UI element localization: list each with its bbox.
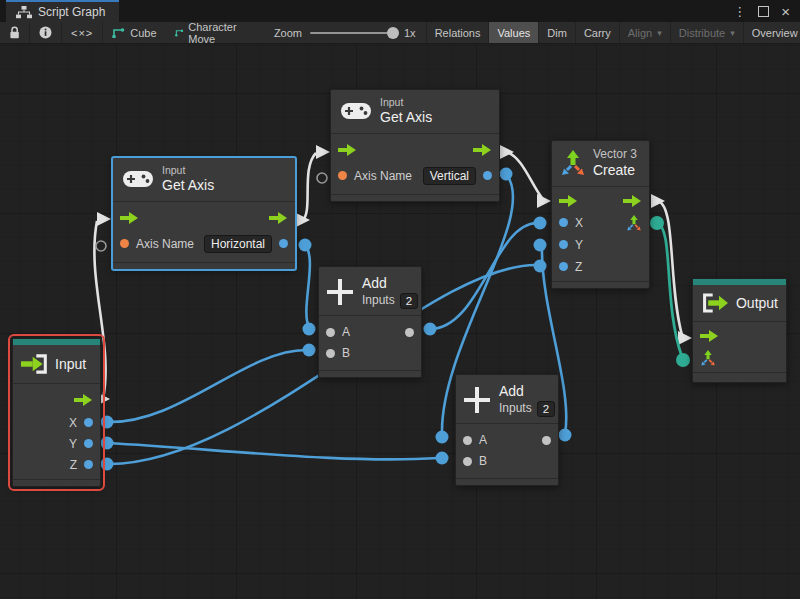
unconnected-port-ring[interactable] xyxy=(317,173,327,183)
overview-button[interactable]: Overview xyxy=(743,22,800,43)
value-port-cap xyxy=(534,217,547,230)
port-z[interactable] xyxy=(559,262,568,271)
chevron-down-icon: ▾ xyxy=(730,28,735,38)
dim-button[interactable]: Dim xyxy=(538,22,575,43)
port-z-out[interactable] xyxy=(84,460,93,469)
value-port-cap xyxy=(101,458,114,471)
node-footer xyxy=(693,372,786,382)
lock-button[interactable] xyxy=(0,22,30,43)
axis-name-field[interactable]: Vertical xyxy=(423,167,476,185)
vector-in-port[interactable] xyxy=(700,350,716,366)
wire-horizontal-out-to-add1-a[interactable] xyxy=(305,245,310,327)
breadcrumb-label: Cube xyxy=(130,27,156,39)
control-in-port[interactable] xyxy=(120,212,139,224)
breadcrumb-label: Character Move xyxy=(188,22,241,44)
axis-name-port[interactable] xyxy=(338,171,347,180)
axis-name-port[interactable] xyxy=(120,239,129,248)
carry-button[interactable]: Carry xyxy=(575,22,619,43)
node-get-axis-horizontal[interactable]: Input Get Axis Axis Name Horizontal xyxy=(112,157,296,270)
info-button[interactable] xyxy=(30,22,62,43)
inputs-count-field[interactable]: 2 xyxy=(400,293,418,309)
node-vector3-create[interactable]: Vector 3 Create X xyxy=(551,140,650,289)
gamepad-icon xyxy=(341,102,371,120)
port-b[interactable] xyxy=(463,457,472,466)
gamepad-icon xyxy=(123,170,153,188)
vector-out-port[interactable] xyxy=(626,215,642,231)
value-port-cap xyxy=(424,323,437,336)
port-a[interactable] xyxy=(463,436,472,445)
code-icon: <×> xyxy=(71,27,93,39)
relations-button[interactable]: Relations xyxy=(426,22,489,43)
node-title: Create xyxy=(593,162,637,180)
distribute-dropdown[interactable]: Distribute▾ xyxy=(670,22,743,43)
inputs-count-field[interactable]: 2 xyxy=(537,401,555,417)
value-port-cap xyxy=(436,452,449,465)
port-x-out[interactable] xyxy=(84,418,93,427)
control-out-port[interactable] xyxy=(74,394,93,406)
vector-port-cap xyxy=(676,353,690,367)
axis-name-field[interactable]: Horizontal xyxy=(204,235,272,253)
node-input[interactable]: Input X Y Z xyxy=(12,338,101,487)
control-arrowhead xyxy=(97,212,111,226)
graph-toolbar: <×> Cube Character Move Zoom 1x Relati xyxy=(0,22,800,44)
align-dropdown[interactable]: Align▾ xyxy=(619,22,670,43)
breadcrumb-cube[interactable]: Cube xyxy=(103,22,165,43)
sum-out-port[interactable] xyxy=(542,436,551,445)
values-button[interactable]: Values xyxy=(488,22,538,43)
lock-icon xyxy=(9,26,20,39)
node-footer xyxy=(13,479,100,486)
more-options-icon[interactable]: ⋮ xyxy=(733,5,746,18)
node-footer xyxy=(552,281,649,288)
value-port-cap xyxy=(436,431,449,444)
input-event-icon xyxy=(21,353,48,375)
tab-script-graph[interactable]: Script Graph xyxy=(6,0,119,22)
wire-horizontal-to-vertical[interactable] xyxy=(303,153,316,220)
graph-ref-icon xyxy=(112,27,125,38)
control-out-port[interactable] xyxy=(623,195,642,207)
control-arrowhead xyxy=(316,145,330,159)
unity-visual-scripting-window: Script Graph ⋮ × <×> xyxy=(0,0,800,599)
node-get-axis-vertical[interactable]: Input Get Axis Axis Name Vertical xyxy=(330,89,500,202)
port-b[interactable] xyxy=(326,349,335,358)
sum-out-port[interactable] xyxy=(405,328,414,337)
node-add-2[interactable]: Add Inputs 2 A B xyxy=(455,374,559,486)
close-icon[interactable]: × xyxy=(781,4,790,19)
node-category: Input xyxy=(380,96,432,109)
port-a[interactable] xyxy=(326,328,335,337)
zoom-control: Zoom 1x xyxy=(264,22,426,43)
node-title: Add xyxy=(362,275,418,293)
wire-input-x-to-add1-b[interactable] xyxy=(107,350,306,422)
value-port-cap xyxy=(299,239,312,252)
control-in-port[interactable] xyxy=(700,330,719,342)
code-view-button[interactable]: <×> xyxy=(62,22,103,43)
value-out-port[interactable] xyxy=(279,239,288,248)
control-arrowhead xyxy=(678,331,692,345)
value-out-port[interactable] xyxy=(483,171,492,180)
value-port-cap xyxy=(303,344,316,357)
node-title: Get Axis xyxy=(162,177,214,195)
vector-port-cap xyxy=(650,216,664,230)
vector3-icon xyxy=(560,150,586,176)
port-x[interactable] xyxy=(559,218,568,227)
node-add-1[interactable]: Add Inputs 2 A B xyxy=(318,266,422,378)
port-y[interactable] xyxy=(559,240,568,249)
unconnected-port-ring[interactable] xyxy=(96,241,106,251)
control-out-port[interactable] xyxy=(269,212,288,224)
port-y-out[interactable] xyxy=(84,439,93,448)
breadcrumb-character-move[interactable]: Character Move xyxy=(166,22,250,43)
window-controls: ⋮ × xyxy=(733,0,800,22)
node-output[interactable]: Output xyxy=(692,278,787,383)
script-graph-icon xyxy=(16,6,32,19)
node-category: Input xyxy=(162,164,214,177)
control-in-port[interactable] xyxy=(338,144,357,156)
zoom-slider[interactable] xyxy=(310,32,396,34)
control-in-port[interactable] xyxy=(559,195,578,207)
node-title: Input xyxy=(55,356,86,372)
zoom-slider-handle[interactable] xyxy=(387,27,399,39)
control-arrowhead xyxy=(296,213,310,227)
value-port-cap xyxy=(534,239,547,252)
maximize-icon[interactable] xyxy=(758,6,769,17)
graph-canvas[interactable]: Input Get Axis Axis Name Vertical xyxy=(0,44,800,599)
control-out-port[interactable] xyxy=(473,144,492,156)
graph-ref-icon xyxy=(175,27,184,38)
